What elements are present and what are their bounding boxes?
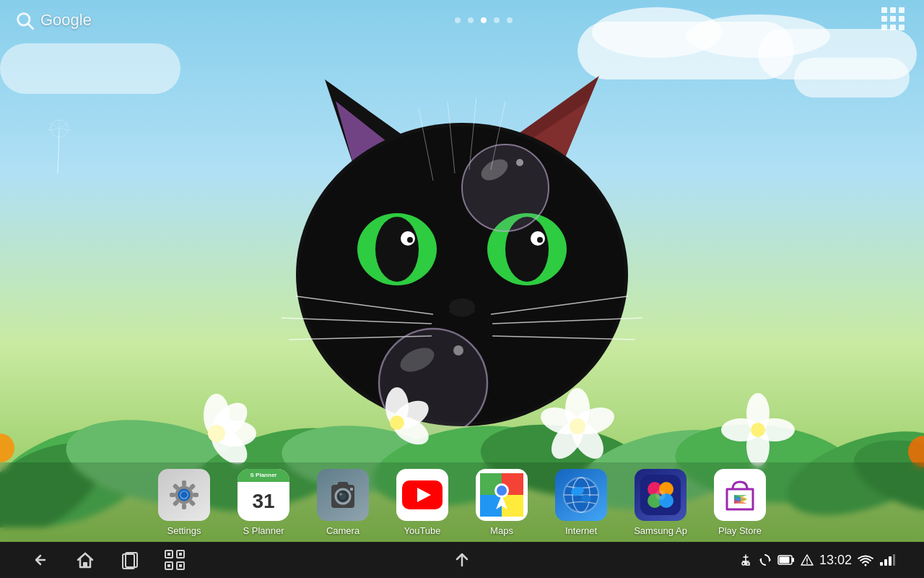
svg-rect-146 (884, 559, 887, 566)
recents-icon (120, 550, 140, 570)
svg-rect-74 (881, 16, 887, 22)
svg-rect-73 (899, 7, 905, 13)
svg-line-4 (59, 123, 68, 129)
svg-point-107 (497, 486, 507, 496)
svg-rect-145 (880, 562, 883, 566)
screenshot-icon (164, 549, 186, 571)
svg-line-6 (59, 129, 71, 130)
google-search-bar[interactable]: Google (14, 10, 92, 30)
page-dot-5 (507, 17, 513, 23)
screenshot-button[interactable] (163, 548, 186, 571)
svg-line-3 (51, 123, 59, 129)
splanner-date: 31 (252, 482, 274, 521)
svg-point-16 (537, 237, 543, 243)
samsung-apps-label: Samsung Ap (634, 525, 687, 536)
splanner-label: S Planner (243, 525, 284, 536)
playstore-icon-bg (714, 469, 766, 521)
svg-rect-125 (83, 562, 87, 567)
svg-rect-77 (881, 25, 887, 30)
svg-rect-78 (890, 25, 896, 30)
settings-icon-bg (158, 469, 210, 521)
settings-app[interactable]: Settings (155, 469, 213, 536)
svg-rect-72 (890, 7, 896, 13)
camera-label: Camera (326, 525, 359, 536)
svg-line-70 (28, 24, 32, 28)
internet-app[interactable]: Internet (552, 469, 610, 536)
wifi-icon (858, 553, 873, 566)
youtube-icon-bg (396, 469, 448, 521)
svg-rect-71 (881, 7, 887, 13)
svg-point-97 (339, 493, 342, 496)
svg-rect-98 (350, 488, 353, 491)
splanner-month-header: S Planner (237, 469, 289, 482)
up-arrow-button[interactable] (450, 548, 474, 571)
svg-rect-142 (779, 557, 789, 564)
svg-point-67 (0, 434, 14, 462)
svg-rect-83 (182, 480, 186, 486)
svg-point-66 (751, 423, 765, 437)
search-icon (14, 10, 35, 30)
svg-point-93 (181, 492, 187, 498)
svg-rect-141 (792, 558, 794, 562)
svg-line-5 (48, 129, 59, 130)
samsung-icon (640, 475, 681, 515)
maps-icon (480, 473, 523, 517)
samsung-icon-bg (635, 469, 687, 521)
battery-icon (777, 554, 795, 566)
maps-label: Maps (490, 525, 513, 536)
page-indicator (455, 17, 513, 23)
svg-rect-147 (889, 556, 892, 566)
maps-icon-bg (476, 469, 528, 521)
svg-rect-133 (179, 553, 182, 556)
svg-point-12 (407, 237, 413, 243)
svg-rect-89 (170, 493, 175, 497)
svg-rect-79 (899, 25, 905, 30)
google-label: Google (40, 11, 92, 30)
time-display: 13:02 (819, 553, 852, 568)
playstore-app[interactable]: Play Store (711, 469, 769, 536)
nav-bar: 13:02 (0, 542, 924, 578)
settings-label: Settings (167, 525, 201, 536)
splanner-icon-bg: S Planner 31 (237, 469, 289, 521)
svg-rect-87 (182, 504, 186, 509)
page-dot-3 (481, 17, 487, 23)
svg-point-10 (375, 217, 419, 282)
maps-app[interactable]: Maps (473, 469, 531, 536)
internet-globe-icon (562, 475, 601, 514)
svg-point-51 (208, 425, 225, 442)
grid-icon (880, 6, 906, 32)
back-button[interactable] (29, 548, 52, 571)
splanner-app[interactable]: S Planner 31 S Planner (235, 469, 292, 536)
settings-gear-icon (166, 477, 202, 513)
youtube-icon (401, 479, 444, 511)
svg-rect-85 (193, 493, 199, 497)
status-bar: 13:02 (738, 553, 895, 568)
svg-point-136 (742, 562, 745, 565)
svg-rect-148 (893, 554, 895, 566)
internet-label: Internet (565, 525, 597, 536)
playstore-label: Play Store (718, 525, 762, 536)
sync-icon (759, 553, 772, 566)
back-icon (30, 550, 51, 570)
youtube-app[interactable]: YouTube (393, 469, 451, 536)
samsung-apps-app[interactable]: Samsung Ap (632, 469, 689, 536)
camera-app[interactable]: Camera (314, 469, 372, 536)
svg-point-29 (462, 144, 549, 231)
page-dot-1 (455, 17, 461, 23)
up-arrow-icon (452, 550, 472, 570)
recents-button[interactable] (118, 548, 141, 571)
svg-rect-132 (167, 553, 170, 556)
camera-icon (326, 480, 360, 509)
playstore-icon (720, 475, 760, 515)
home-button[interactable] (74, 548, 97, 571)
svg-rect-76 (899, 16, 905, 22)
page-dot-2 (468, 17, 474, 23)
svg-rect-75 (890, 16, 896, 22)
svg-rect-135 (179, 564, 182, 567)
apps-grid-button[interactable] (876, 2, 910, 38)
svg-point-144 (806, 563, 808, 564)
svg-point-61 (570, 418, 585, 434)
svg-point-55 (390, 415, 404, 430)
nav-buttons-left (29, 548, 186, 571)
signal-icon (879, 553, 895, 566)
